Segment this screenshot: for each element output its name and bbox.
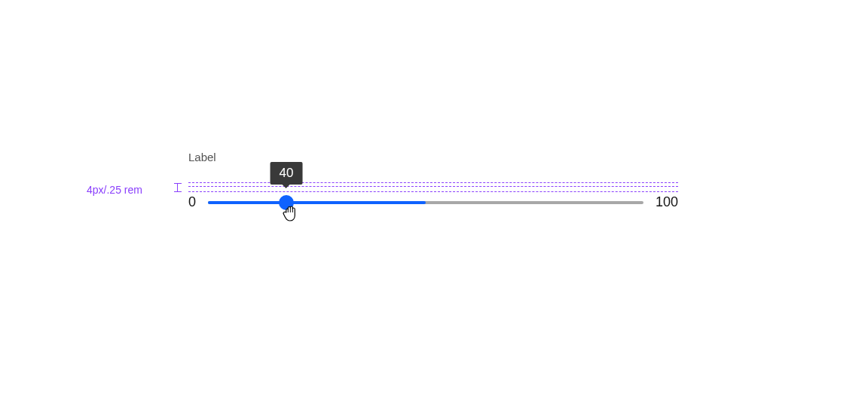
slider-track[interactable]: 40 <box>208 201 643 204</box>
slider-thumb[interactable] <box>279 195 294 210</box>
slider-min-value: 0 <box>188 194 196 210</box>
spacing-annotation-text: 4px/.25 rem <box>87 184 142 196</box>
slider-value-tooltip: 40 <box>270 162 303 185</box>
spacing-bracket-icon <box>174 183 182 192</box>
slider-label: Label <box>188 151 216 163</box>
slider-track-fill <box>208 201 426 204</box>
slider-row: 0 40 100 <box>188 194 678 210</box>
slider-max-value: 100 <box>656 194 678 210</box>
